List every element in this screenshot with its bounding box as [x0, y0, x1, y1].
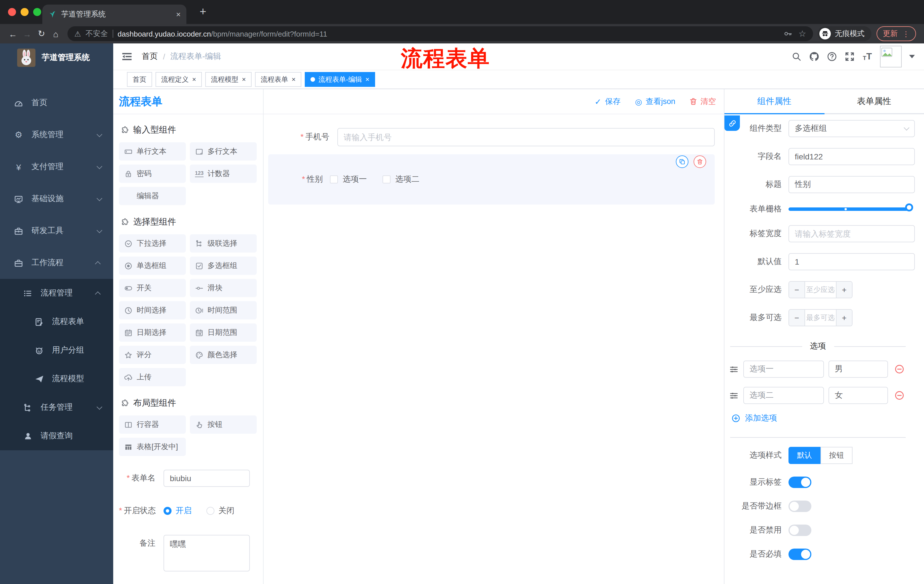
min-select-placeholder[interactable]: 至少应选 — [805, 282, 836, 298]
component-chip[interactable]: 级联选择 — [190, 234, 257, 253]
segmented-option[interactable]: 按钮 — [820, 447, 853, 464]
sidebar-item[interactable]: 研发工具 — [0, 215, 113, 247]
tag-item[interactable]: 流程模型 × — [205, 72, 252, 87]
sidebar-logo[interactable]: 芋道管理系统 — [0, 43, 113, 72]
drag-handle-icon[interactable] — [729, 364, 739, 374]
zoom-window-button[interactable] — [33, 8, 41, 16]
delete-component-button[interactable] — [693, 155, 706, 168]
component-chip[interactable]: 密码 — [119, 165, 186, 183]
close-icon[interactable]: × — [192, 76, 196, 83]
checkbox[interactable] — [383, 175, 391, 183]
component-chip[interactable]: 上传 — [119, 368, 186, 386]
phone-input[interactable] — [337, 128, 715, 146]
component-chip[interactable]: 按钮 — [190, 415, 257, 434]
component-chip[interactable]: 日期范围 — [190, 323, 257, 342]
radio-open[interactable]: 开启 — [163, 506, 191, 516]
github-icon[interactable] — [809, 51, 819, 62]
toggle-switch[interactable] — [789, 549, 811, 560]
component-chip[interactable]: 日期选择 — [119, 323, 186, 342]
sidebar-item[interactable]: 任务管理 — [0, 393, 113, 422]
component-chip[interactable]: 时间选择 — [119, 301, 186, 319]
sidebar-item[interactable]: 工作流程 — [0, 247, 113, 279]
segmented-option[interactable]: 默认 — [789, 447, 820, 464]
increase-button[interactable]: + — [836, 282, 852, 298]
sidebar-item[interactable]: 流程管理 — [0, 279, 113, 308]
sidebar-item[interactable]: 流程表单 — [0, 308, 113, 336]
increase-button[interactable]: + — [836, 310, 852, 326]
checkbox-option[interactable]: 选项二 — [383, 174, 419, 184]
add-option-button[interactable]: 添加选项 — [731, 413, 915, 423]
sidebar-item[interactable]: 流程模型 — [0, 365, 113, 393]
save-button[interactable]: ✓ 保存 — [594, 96, 620, 107]
drag-handle-icon[interactable] — [729, 391, 739, 400]
component-chip[interactable]: 评分 — [119, 346, 186, 364]
grid-slider[interactable] — [789, 207, 908, 211]
sidebar-item[interactable]: ¥ 支付管理 — [0, 151, 113, 183]
component-chip[interactable]: 多行文本 — [190, 142, 257, 161]
max-select-placeholder[interactable]: 最多可选 — [805, 310, 836, 326]
toggle-switch[interactable] — [789, 477, 811, 488]
toggle-switch[interactable] — [789, 525, 811, 536]
new-tab-button[interactable]: + — [196, 4, 210, 19]
avatar-caret-icon[interactable] — [909, 55, 915, 58]
sidebar-item[interactable]: 请假查询 — [0, 422, 113, 450]
component-chip[interactable]: 单选框组 — [119, 257, 186, 275]
title-input[interactable] — [789, 176, 915, 193]
remove-option-icon[interactable] — [894, 390, 904, 401]
component-chip[interactable]: 颜色选择 — [190, 346, 257, 364]
component-chip[interactable]: 行容器 — [119, 415, 186, 434]
checkbox-option[interactable]: 选项一 — [330, 174, 367, 184]
option-label-input[interactable] — [743, 360, 824, 378]
gender-field-selected[interactable]: *性别 选项一 选项二 — [268, 154, 715, 204]
component-chip[interactable]: 时间范围 — [190, 301, 257, 319]
view-json-button[interactable]: ◎ 查看json — [634, 96, 675, 107]
hamburger-icon[interactable] — [121, 51, 133, 62]
phone-field[interactable]: *手机号 — [268, 128, 715, 146]
form-name-input[interactable] — [163, 470, 250, 487]
default-value-input[interactable] — [789, 253, 915, 270]
tag-item[interactable]: 首页 × — [127, 72, 152, 87]
search-icon[interactable] — [791, 51, 802, 62]
sidebar-item[interactable]: ⚙ 系统管理 — [0, 119, 113, 151]
help-icon[interactable] — [827, 51, 837, 62]
reload-icon[interactable]: ↻ — [34, 29, 49, 39]
decrease-button[interactable]: − — [789, 310, 805, 326]
component-type-select[interactable]: 多选框组 — [789, 120, 915, 137]
option-value-input[interactable] — [828, 360, 888, 378]
decrease-button[interactable]: − — [789, 282, 805, 298]
component-chip[interactable]: 多选框组 — [190, 257, 257, 275]
tag-item[interactable]: 流程表单-编辑 × — [305, 72, 375, 87]
slider-handle[interactable] — [905, 204, 913, 211]
bookmark-star-icon[interactable]: ☆ — [799, 29, 806, 39]
component-chip[interactable]: 开关 — [119, 279, 186, 297]
tab-form-props[interactable]: 表单属性 — [824, 89, 924, 113]
avatar[interactable] — [880, 46, 902, 67]
component-chip[interactable]: 下拉选择 — [119, 234, 186, 253]
toggle-switch[interactable] — [789, 500, 811, 512]
breadcrumb-root[interactable]: 首页 — [142, 51, 158, 62]
copy-component-button[interactable] — [676, 155, 688, 168]
field-name-input[interactable] — [789, 148, 915, 165]
close-icon[interactable]: × — [242, 76, 246, 83]
tab-component-props[interactable]: 组件属性 — [724, 89, 824, 113]
browser-tab[interactable]: 芋道管理系统 × — [42, 5, 186, 24]
close-icon[interactable]: × — [292, 76, 295, 83]
option-label-input[interactable] — [743, 387, 824, 404]
sidebar-item[interactable]: 首页 — [0, 87, 113, 119]
label-width-input[interactable] — [789, 225, 915, 242]
checkbox[interactable] — [330, 175, 338, 183]
option-value-input[interactable] — [828, 387, 888, 404]
sidebar-item[interactable]: 用户分组 — [0, 336, 113, 365]
component-chip[interactable]: 滑块 — [190, 279, 257, 297]
forward-icon[interactable]: → — [20, 29, 34, 39]
form-remark-textarea[interactable]: 嘿嘿 — [163, 535, 250, 571]
address-bar[interactable]: ⚠ 不安全 dashboard.yudao.iocoder.cn/bpm/man… — [68, 26, 813, 41]
font-size-icon[interactable]: TT — [862, 51, 873, 62]
tag-item[interactable]: 流程定义 × — [155, 72, 202, 87]
minimize-window-button[interactable] — [21, 8, 29, 16]
close-window-button[interactable] — [8, 8, 16, 16]
component-chip[interactable]: 编辑器 — [119, 187, 186, 205]
close-tab-icon[interactable]: × — [176, 10, 181, 18]
radio-closed[interactable]: 关闭 — [206, 506, 234, 516]
clear-button[interactable]: 清空 — [689, 96, 716, 107]
